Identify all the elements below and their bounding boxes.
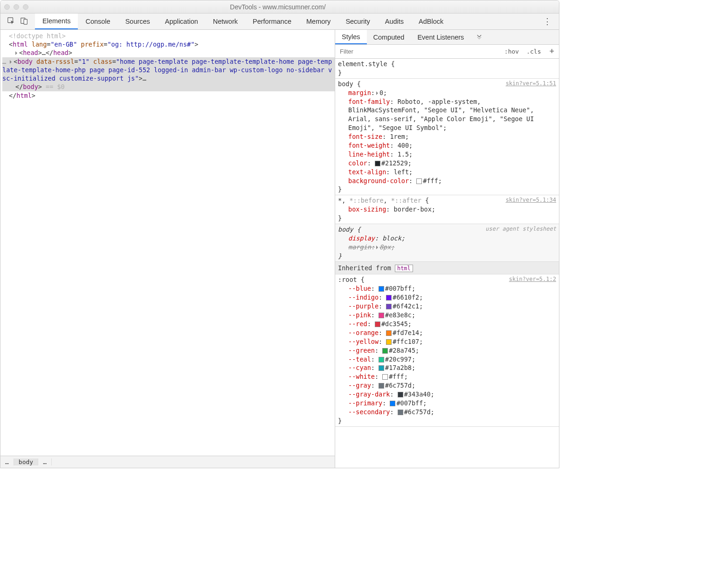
css-property[interactable]: --indigo: #6610f2;: [348, 293, 556, 302]
rule-origin-link[interactable]: skin?ver=5.1:2: [509, 275, 556, 283]
breadcrumb[interactable]: … body …: [0, 456, 335, 468]
dom-node-body-selected[interactable]: … <body data-rsssl="1" class="home page-…: [2, 57, 335, 83]
css-property[interactable]: margin:0;: [348, 89, 556, 97]
tab-audits[interactable]: Audits: [378, 14, 411, 29]
style-rule[interactable]: element.style {}: [335, 59, 559, 79]
tab-console[interactable]: Console: [78, 14, 117, 29]
tab-security[interactable]: Security: [338, 14, 377, 29]
dom-node-html-open[interactable]: <html lang="en-GB" prefix="og: http://og…: [2, 40, 335, 48]
css-property[interactable]: --gray: #6c757d;: [348, 381, 556, 390]
subtab-event-listeners[interactable]: Event Listeners: [411, 30, 470, 44]
css-property[interactable]: --white: #fff;: [348, 372, 556, 381]
rule-origin-link[interactable]: skin?ver=5.1:34: [506, 196, 556, 204]
styles-filter-input[interactable]: [335, 48, 501, 55]
more-options-icon[interactable]: ⋮: [536, 16, 559, 27]
tab-network[interactable]: Network: [206, 14, 245, 29]
styles-panel: StylesComputedEvent Listeners :hov .cls …: [335, 30, 559, 468]
css-property[interactable]: --primary: #007bff;: [348, 399, 556, 408]
dom-node-body-close[interactable]: </body> == $0: [2, 82, 335, 91]
minimize-window-icon[interactable]: [14, 4, 19, 10]
window-titlebar: DevTools - www.micsumner.com/: [0, 0, 559, 14]
rule-origin-link[interactable]: skin?ver=5.1:51: [506, 80, 556, 88]
css-property[interactable]: --pink: #e83e8c;: [348, 311, 556, 320]
css-property[interactable]: --gray-dark: #343a40;: [348, 390, 556, 399]
inherited-from-header: Inherited from html: [335, 262, 559, 275]
css-property[interactable]: --secondary: #6c757d;: [348, 408, 556, 417]
inspect-element-icon[interactable]: [7, 17, 15, 27]
dom-tree[interactable]: <!doctype html><html lang="en-GB" prefix…: [0, 30, 335, 456]
tab-elements[interactable]: Elements: [35, 14, 78, 29]
css-property[interactable]: font-family: Roboto, -apple-system, Blin…: [348, 97, 556, 133]
css-property[interactable]: box-sizing: border-box;: [348, 205, 556, 214]
breadcrumb-selected[interactable]: body: [14, 458, 38, 465]
tab-memory[interactable]: Memory: [299, 14, 338, 29]
css-property[interactable]: font-size: 1rem;: [348, 132, 556, 141]
css-property[interactable]: display: block;: [348, 234, 556, 243]
dom-node-html-close[interactable]: </html>: [2, 91, 335, 100]
main-tab-bar: ElementsConsoleSourcesApplicationNetwork…: [0, 14, 559, 30]
tab-adblock[interactable]: AdBlock: [411, 14, 451, 29]
more-tabs-icon[interactable]: [470, 33, 488, 41]
css-property[interactable]: --yellow: #ffc107;: [348, 337, 556, 346]
css-property[interactable]: --green: #28a745;: [348, 346, 556, 355]
zoom-window-icon[interactable]: [23, 4, 28, 10]
css-property[interactable]: --teal: #20c997;: [348, 355, 556, 364]
css-property[interactable]: margin:8px;: [348, 243, 556, 252]
css-property[interactable]: font-weight: 400;: [348, 141, 556, 150]
css-property[interactable]: --cyan: #17a2b8;: [348, 363, 556, 372]
styles-subtabs: StylesComputedEvent Listeners: [335, 30, 559, 45]
subtab-styles[interactable]: Styles: [335, 30, 367, 44]
breadcrumb-right[interactable]: …: [38, 458, 52, 465]
window-title: DevTools - www.micsumner.com/: [28, 3, 527, 11]
tab-sources[interactable]: Sources: [118, 14, 158, 29]
window-controls: [4, 4, 28, 10]
rule-origin-label: user agent stylesheet: [485, 225, 556, 233]
css-property[interactable]: line-height: 1.5;: [348, 150, 556, 159]
css-property[interactable]: --red: #dc3545;: [348, 320, 556, 328]
svg-rect-2: [24, 19, 27, 24]
css-property[interactable]: --purple: #6f42c1;: [348, 302, 556, 311]
dom-node-doctype[interactable]: <!doctype html>: [2, 32, 335, 40]
style-rule[interactable]: body {user agent stylesheetdisplay: bloc…: [335, 224, 559, 262]
device-toolbar-icon[interactable]: [20, 17, 28, 27]
style-rule[interactable]: body {skin?ver=5.1:51margin:0;font-famil…: [335, 79, 559, 196]
breadcrumb-left[interactable]: …: [0, 458, 14, 465]
styles-rules-list[interactable]: element.style {}body {skin?ver=5.1:51mar…: [335, 59, 559, 468]
elements-dom-panel: <!doctype html><html lang="en-GB" prefix…: [0, 30, 335, 468]
css-property[interactable]: --blue: #007bff;: [348, 284, 556, 293]
tab-performance[interactable]: Performance: [245, 14, 299, 29]
tab-application[interactable]: Application: [158, 14, 206, 29]
hov-toggle[interactable]: :hov: [501, 48, 523, 55]
style-rule[interactable]: :root {skin?ver=5.1:2--blue: #007bff;--i…: [335, 274, 559, 426]
close-window-icon[interactable]: [4, 4, 10, 10]
dom-node-head[interactable]: <head>…</head>: [2, 48, 335, 57]
styles-filter-bar: :hov .cls +: [335, 45, 559, 59]
new-style-rule-icon[interactable]: +: [544, 47, 559, 56]
cls-toggle[interactable]: .cls: [523, 48, 544, 55]
subtab-computed[interactable]: Computed: [367, 30, 411, 44]
style-rule[interactable]: *, *::before, *::after {skin?ver=5.1:34b…: [335, 195, 559, 224]
css-property[interactable]: text-align: left;: [348, 168, 556, 177]
devtools-window: DevTools - www.micsumner.com/ ElementsCo…: [0, 0, 559, 468]
css-property[interactable]: color: #212529;: [348, 159, 556, 168]
css-property[interactable]: --orange: #fd7e14;: [348, 328, 556, 337]
css-property[interactable]: background-color: #fff;: [348, 177, 556, 185]
